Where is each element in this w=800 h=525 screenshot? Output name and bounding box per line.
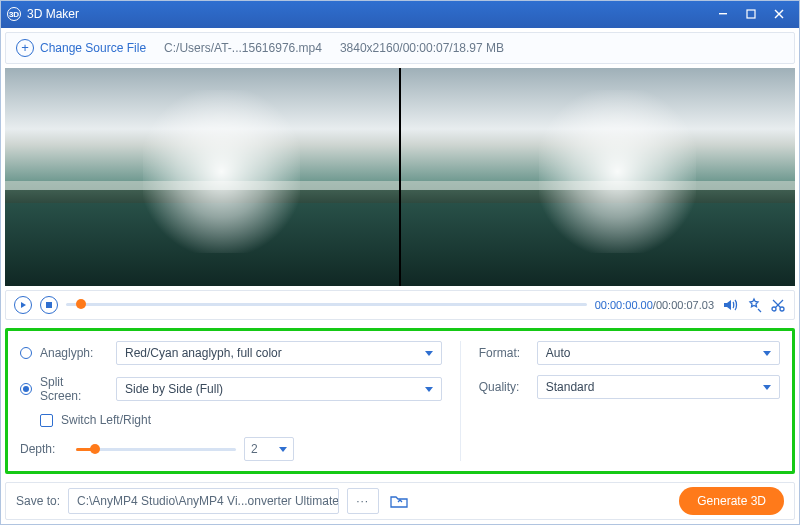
split-select[interactable]: Side by Side (Full) — [116, 377, 442, 401]
split-row: Split Screen: Side by Side (Full) — [20, 375, 442, 403]
settings-right: Format: Auto Quality: Standard — [460, 341, 780, 461]
minimize-button[interactable] — [709, 4, 737, 24]
svg-point-5 — [772, 307, 776, 311]
stop-icon — [46, 302, 52, 308]
time-current: 00:00:00.00 — [595, 299, 653, 311]
save-path-field[interactable]: C:\AnyMP4 Studio\AnyMP4 Vi...onverter Ul… — [68, 488, 339, 514]
bottom-bar: Save to: C:\AnyMP4 Studio\AnyMP4 Vi...on… — [5, 482, 795, 520]
anaglyph-value: Red/Cyan anaglyph, full color — [125, 346, 282, 360]
generate-button[interactable]: Generate 3D — [679, 487, 784, 515]
app-window: 3D 3D Maker + Change Source File C:/User… — [0, 0, 800, 525]
preview-area — [5, 68, 795, 286]
plus-icon: + — [16, 39, 34, 57]
anaglyph-radio[interactable] — [20, 347, 32, 359]
svg-point-6 — [780, 307, 784, 311]
format-row: Format: Auto — [479, 341, 780, 365]
timeline-thumb[interactable] — [76, 299, 86, 309]
format-select[interactable]: Auto — [537, 341, 780, 365]
preview-right — [401, 68, 795, 286]
switch-row: Switch Left/Right — [20, 413, 442, 427]
chevron-down-icon — [425, 351, 433, 356]
depth-value: 2 — [251, 442, 258, 456]
format-label: Format: — [479, 346, 529, 360]
source-bar: + Change Source File C:/Users/AT-...1561… — [5, 32, 795, 64]
svg-rect-1 — [747, 10, 755, 18]
maximize-button[interactable] — [737, 4, 765, 24]
chevron-down-icon — [763, 351, 771, 356]
save-path-value: C:\AnyMP4 Studio\AnyMP4 Vi...onverter Ul… — [77, 494, 339, 508]
quality-row: Quality: Standard — [479, 375, 780, 399]
source-meta: 3840x2160/00:00:07/18.97 MB — [340, 41, 504, 55]
anaglyph-row: Anaglyph: Red/Cyan anaglyph, full color — [20, 341, 442, 365]
split-radio[interactable] — [20, 383, 32, 395]
settings-left: Anaglyph: Red/Cyan anaglyph, full color … — [20, 341, 442, 461]
settings-panel: Anaglyph: Red/Cyan anaglyph, full color … — [5, 328, 795, 474]
source-filepath: C:/Users/AT-...15616976.mp4 — [164, 41, 322, 55]
playback-controls: 00:00:00.00/00:00:07.03 — [5, 290, 795, 320]
preview-left — [5, 68, 399, 286]
cut-button[interactable] — [770, 297, 786, 313]
open-folder-button[interactable] — [387, 491, 411, 511]
snapshot-button[interactable] — [746, 297, 762, 313]
save-to-label: Save to: — [16, 494, 60, 508]
chevron-down-icon — [763, 385, 771, 390]
timecode: 00:00:00.00/00:00:07.03 — [595, 299, 714, 311]
titlebar: 3D 3D Maker — [1, 1, 799, 28]
play-icon — [21, 302, 26, 308]
play-button[interactable] — [14, 296, 32, 314]
anaglyph-select[interactable]: Red/Cyan anaglyph, full color — [116, 341, 442, 365]
close-button[interactable] — [765, 4, 793, 24]
chevron-down-icon — [425, 387, 433, 392]
svg-rect-0 — [719, 13, 727, 14]
timeline-slider[interactable] — [66, 303, 587, 306]
switch-label: Switch Left/Right — [61, 413, 151, 427]
quality-label: Quality: — [479, 380, 529, 394]
depth-row: Depth: 2 — [20, 437, 442, 461]
app-icon: 3D — [7, 7, 21, 21]
change-source-label: Change Source File — [40, 41, 146, 55]
split-value: Side by Side (Full) — [125, 382, 223, 396]
format-value: Auto — [546, 346, 571, 360]
volume-button[interactable] — [722, 297, 738, 313]
switch-checkbox[interactable] — [40, 414, 53, 427]
depth-thumb[interactable] — [90, 444, 100, 454]
depth-value-select[interactable]: 2 — [244, 437, 294, 461]
depth-label: Depth: — [20, 442, 68, 456]
quality-value: Standard — [546, 380, 595, 394]
browse-button[interactable]: ··· — [347, 488, 379, 514]
svg-line-4 — [758, 309, 761, 312]
window-title: 3D Maker — [27, 7, 709, 21]
generate-label: Generate 3D — [697, 494, 766, 508]
change-source-button[interactable]: + Change Source File — [16, 39, 146, 57]
depth-slider[interactable] — [76, 448, 236, 451]
chevron-down-icon — [279, 447, 287, 452]
time-duration: /00:00:07.03 — [653, 299, 714, 311]
stop-button[interactable] — [40, 296, 58, 314]
quality-select[interactable]: Standard — [537, 375, 780, 399]
split-label: Split Screen: — [40, 375, 108, 403]
anaglyph-label: Anaglyph: — [40, 346, 108, 360]
